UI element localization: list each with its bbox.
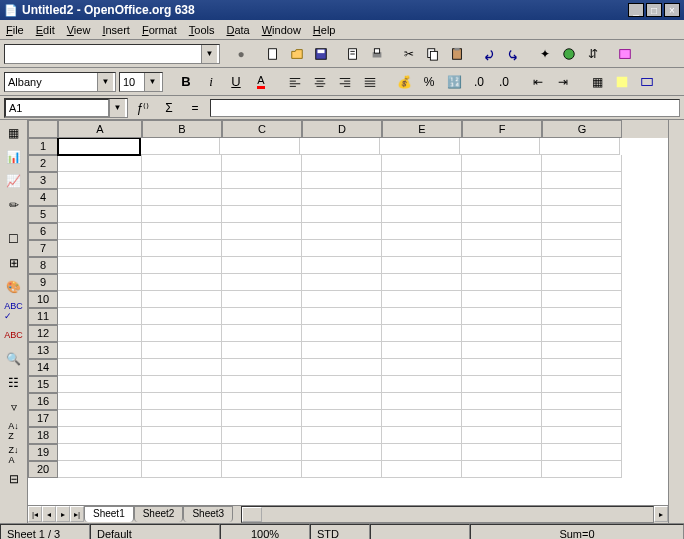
increase-indent-button[interactable]: ⇥: [552, 71, 574, 93]
cell[interactable]: [58, 223, 142, 240]
cell[interactable]: [302, 359, 382, 376]
cell[interactable]: [542, 342, 622, 359]
cell[interactable]: [462, 393, 542, 410]
cell-grid[interactable]: 1234567891011121314151617181920: [28, 138, 668, 505]
cell[interactable]: [382, 291, 462, 308]
cell[interactable]: [142, 461, 222, 478]
cell[interactable]: [142, 427, 222, 444]
show-draw-icon[interactable]: ✏: [3, 194, 25, 216]
cell[interactable]: [142, 444, 222, 461]
cell[interactable]: [142, 342, 222, 359]
cell[interactable]: [222, 461, 302, 478]
cell[interactable]: [302, 206, 382, 223]
cell[interactable]: [142, 325, 222, 342]
cell[interactable]: [222, 427, 302, 444]
sort-icon[interactable]: ⇵: [582, 43, 604, 65]
group-icon[interactable]: ⊟: [3, 468, 25, 490]
cell[interactable]: [462, 274, 542, 291]
cell[interactable]: [542, 155, 622, 172]
bgcolor-button[interactable]: [611, 71, 633, 93]
cell[interactable]: [142, 155, 222, 172]
hscroll-right-button[interactable]: ▸: [654, 506, 668, 522]
cell[interactable]: [142, 291, 222, 308]
cell[interactable]: [462, 257, 542, 274]
cell[interactable]: [382, 189, 462, 206]
cell-reference-combo[interactable]: ▼: [4, 98, 128, 118]
row-header[interactable]: 5: [28, 206, 58, 223]
row-header[interactable]: 14: [28, 359, 58, 376]
cell[interactable]: [222, 308, 302, 325]
menu-data[interactable]: Data: [226, 24, 249, 36]
sheet-tab-sheet3[interactable]: Sheet3: [183, 506, 233, 522]
cell[interactable]: [142, 308, 222, 325]
cell[interactable]: [142, 189, 222, 206]
cell[interactable]: [58, 189, 142, 206]
tab-last-button[interactable]: ▸|: [70, 506, 84, 522]
cell[interactable]: [58, 393, 142, 410]
cell[interactable]: [542, 359, 622, 376]
column-header-C[interactable]: C: [222, 120, 302, 138]
cell[interactable]: [142, 393, 222, 410]
cell[interactable]: [462, 410, 542, 427]
cell[interactable]: [142, 172, 222, 189]
cell[interactable]: [382, 427, 462, 444]
cell[interactable]: [142, 257, 222, 274]
row-header[interactable]: 19: [28, 444, 58, 461]
sort-asc-icon[interactable]: A↓Z: [3, 420, 25, 442]
align-left-button[interactable]: [284, 71, 306, 93]
menu-view[interactable]: View: [67, 24, 91, 36]
cell[interactable]: [142, 359, 222, 376]
maximize-button[interactable]: □: [646, 3, 662, 17]
autoformat-icon[interactable]: ⊞: [3, 252, 25, 274]
menu-help[interactable]: Help: [313, 24, 336, 36]
menu-file[interactable]: File: [6, 24, 24, 36]
cell[interactable]: [542, 325, 622, 342]
cell[interactable]: [462, 240, 542, 257]
menu-edit[interactable]: Edit: [36, 24, 55, 36]
autofilter-icon[interactable]: ▿: [3, 396, 25, 418]
sort-desc-icon[interactable]: Z↓A: [3, 444, 25, 466]
column-header-G[interactable]: G: [542, 120, 622, 138]
cell[interactable]: [542, 274, 622, 291]
cell[interactable]: [382, 461, 462, 478]
cell[interactable]: [542, 189, 622, 206]
cell[interactable]: [222, 410, 302, 427]
cell[interactable]: [302, 410, 382, 427]
cell[interactable]: [58, 444, 142, 461]
percent-button[interactable]: %: [418, 71, 440, 93]
url-combo[interactable]: ▼: [4, 44, 220, 64]
cell[interactable]: [462, 206, 542, 223]
cell[interactable]: [302, 172, 382, 189]
align-right-button[interactable]: [334, 71, 356, 93]
menu-window[interactable]: Window: [262, 24, 301, 36]
cell[interactable]: [222, 274, 302, 291]
cell[interactable]: [222, 393, 302, 410]
status-zoom[interactable]: 100%: [220, 524, 310, 539]
undo-icon[interactable]: [478, 43, 500, 65]
cell[interactable]: [142, 376, 222, 393]
column-header-B[interactable]: B: [142, 120, 222, 138]
cell[interactable]: [222, 291, 302, 308]
print-icon[interactable]: [366, 43, 388, 65]
cell[interactable]: [302, 376, 382, 393]
function-button[interactable]: =: [184, 97, 206, 119]
function-wizard-button[interactable]: ƒ⁽⁾: [132, 97, 154, 119]
redo-icon[interactable]: [502, 43, 524, 65]
cell[interactable]: [58, 410, 142, 427]
edit-icon[interactable]: [342, 43, 364, 65]
column-header-E[interactable]: E: [382, 120, 462, 138]
cell[interactable]: [542, 393, 622, 410]
find-icon[interactable]: 🔍: [3, 348, 25, 370]
cell[interactable]: [302, 291, 382, 308]
cell[interactable]: [142, 223, 222, 240]
cell[interactable]: [382, 257, 462, 274]
tab-prev-button[interactable]: ◂: [42, 506, 56, 522]
menu-insert[interactable]: Insert: [102, 24, 130, 36]
cell[interactable]: [300, 138, 380, 155]
currency-button[interactable]: 💰: [393, 71, 415, 93]
cell[interactable]: [302, 427, 382, 444]
cell[interactable]: [382, 393, 462, 410]
cell[interactable]: [222, 189, 302, 206]
column-header-F[interactable]: F: [462, 120, 542, 138]
cell[interactable]: [142, 240, 222, 257]
